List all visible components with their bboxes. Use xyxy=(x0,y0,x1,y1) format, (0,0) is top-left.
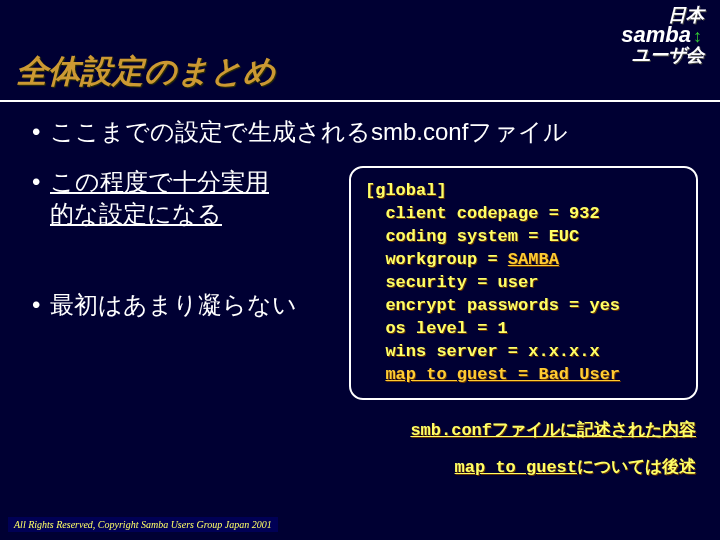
bullet-1-text: ここまでの設定で生成されるsmb.confファイル xyxy=(50,118,568,145)
logo-word: samba xyxy=(621,22,691,47)
code-l2: coding system = EUC xyxy=(365,227,579,246)
bullet-1: •ここまでの設定で生成されるsmb.confファイル xyxy=(32,116,698,148)
bullet-2-line2: 的な設定になる xyxy=(50,200,222,227)
code-l8-emph: map to guest = Bad User xyxy=(385,365,620,384)
code-box: [global] client codepage = 932 coding sy… xyxy=(349,166,698,400)
code-l5: encrypt passwords = yes xyxy=(365,296,620,315)
code-l8a xyxy=(365,365,385,384)
code-l7: wins server = x.x.x.x xyxy=(365,342,600,361)
caption-1: smb.confファイルに記述された内容 xyxy=(32,418,696,441)
logo-jp-bottom: ユーザ会 xyxy=(632,45,704,65)
title-divider xyxy=(0,100,720,102)
brand-logo: 日本 samba↕ ユーザ会 xyxy=(621,6,704,64)
bullet-3-text: 最初はあまり凝らない xyxy=(50,291,297,318)
bullet-3: •最初はあまり凝らない xyxy=(32,289,327,321)
caption-2-rest: については後述 xyxy=(577,458,696,477)
slide-title: 全体設定のまとめ xyxy=(0,0,720,100)
bullet-2: •この程度で十分実用•的な設定になる xyxy=(32,166,327,231)
code-l3a: workgroup = xyxy=(365,250,508,269)
code-l4: security = user xyxy=(365,273,538,292)
logo-arrow-icon: ↕ xyxy=(693,27,702,45)
bullet-2-line1: この程度で十分実用 xyxy=(50,168,269,195)
code-l0: [global] xyxy=(365,181,447,200)
copyright-footer: All Rights Reserved, Copyright Samba Use… xyxy=(8,517,278,532)
caption-2-emph: map to guest xyxy=(455,458,577,477)
caption-2: map to guestについては後述 xyxy=(32,455,696,478)
code-l6: os level = 1 xyxy=(365,319,508,338)
code-l3-emph: SAMBA xyxy=(508,250,559,269)
code-l1: client codepage = 932 xyxy=(365,204,600,223)
slide-body: •ここまでの設定で生成されるsmb.confファイル •この程度で十分実用•的な… xyxy=(0,116,720,478)
